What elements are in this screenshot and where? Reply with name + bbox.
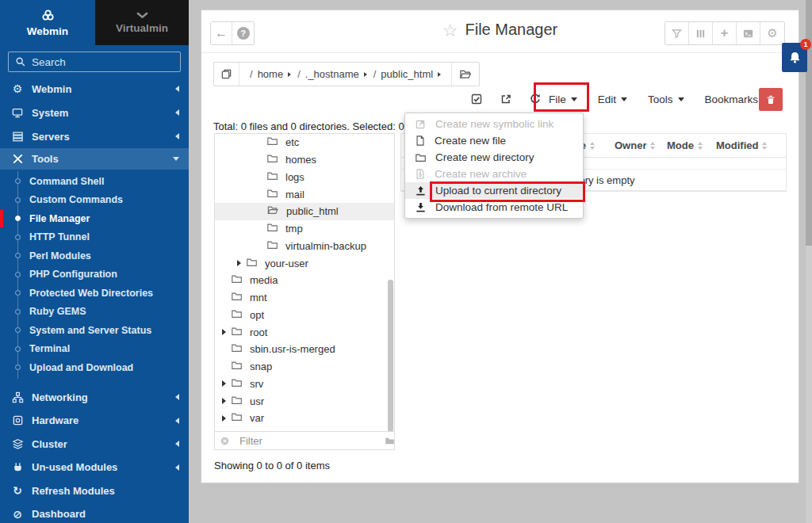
path-copy-icon[interactable] [214,63,239,86]
menu-item-create-file[interactable]: Create new file [405,132,583,149]
file-menu-button[interactable]: File [538,88,588,111]
expand-arrow-icon[interactable] [222,380,226,387]
tree-item-logs[interactable]: logs [215,169,394,186]
clear-filter-icon[interactable] [220,436,230,446]
tree-item-etc[interactable]: etc [215,134,394,151]
tree-item-snap[interactable]: snap [215,358,394,376]
folder-icon [231,342,243,356]
sidebar-item-system-server-status[interactable]: System and Server Status [0,321,189,340]
tree-item-usr[interactable]: usr [215,392,394,410]
tree-item-tmp[interactable]: tmp [215,220,394,238]
sidebar-item-refresh-modules[interactable]: ↻ Refresh Modules [0,479,189,503]
view-button-group: + ⚙ [665,21,785,45]
tree-item-var[interactable]: var [215,410,394,427]
sidebar-search[interactable] [8,52,181,72]
bell-icon [788,51,802,64]
tree-scrollbar[interactable] [388,280,393,432]
sidebar-item-custom-commands[interactable]: Custom Commands [0,191,189,210]
sidebar-item-ruby-gems[interactable]: Ruby GEMS [0,303,189,322]
breadcrumb-public-html[interactable]: public_html [381,68,433,80]
tree-item-mail[interactable]: mail [215,185,394,203]
open-folder-button[interactable] [451,63,479,86]
terminal-button[interactable] [737,22,760,44]
chip-icon [10,414,25,426]
tree-item-sbin[interactable]: sbin.usr-is-merged [215,341,394,358]
sidebar-item-terminal[interactable]: Terminal [0,340,189,359]
column-header-modified[interactable]: Modified [716,139,786,151]
sidebar-item-file-manager[interactable]: File Manager [0,209,189,228]
sidebar-item-perl-modules[interactable]: Perl Modules [0,246,189,265]
edit-menu-button[interactable]: Edit [588,88,638,111]
column-header-owner[interactable]: Owner [615,139,667,151]
trash-icon [765,94,776,105]
settings-button[interactable]: ⚙ [760,22,784,44]
sidebar-item-php-configuration[interactable]: PHP Configuration [0,265,189,284]
tree-item-public-html[interactable]: public_html [215,203,394,220]
page-scrollbar[interactable] [806,0,812,523]
tab-virtualmin[interactable]: Virtualmin [95,0,189,45]
sidebar-item-system[interactable]: System [0,101,189,124]
tree-item-opt[interactable]: opt [215,307,394,324]
scrollbar-thumb[interactable] [806,0,812,246]
notification-badge: 1 [800,39,811,50]
caret-right-icon [364,72,367,77]
tree-item-mnt[interactable]: mnt [215,289,394,307]
sidebar-item-tools[interactable]: Tools [0,148,189,170]
sidebar-item-unused-modules[interactable]: Un-used Modules [0,456,189,479]
folder-icon [231,411,243,425]
tree-item-srv[interactable]: srv [215,376,394,393]
search-input[interactable] [32,56,151,68]
breadcrumb-home[interactable]: home [258,68,284,80]
select-all-button[interactable] [468,90,485,108]
tree-item-media[interactable]: media [215,272,394,289]
tree-item-root[interactable]: root [215,323,394,341]
tree-item-virtualmin-backup[interactable]: virtualmin-backup [215,238,394,255]
sidebar-item-command-shell[interactable]: Command Shell [0,172,189,191]
tab-webmin[interactable]: Webmin [0,0,95,45]
columns-button[interactable] [689,22,713,44]
tools-icon [10,153,25,165]
expand-arrow-icon[interactable] [222,398,226,404]
tree-item-homes[interactable]: homes [215,151,394,169]
chevron-down-icon [136,12,149,19]
menu-item-download-from-remote-url[interactable]: Download from remote URL [405,199,583,216]
product-tabs: Webmin Virtualmin [0,0,189,45]
sidebar-item-dashboard[interactable]: ⊘ Dashboard [0,502,189,523]
filter-button[interactable] [665,22,689,44]
delete-button[interactable] [759,88,783,111]
sidebar-item-servers[interactable]: Servers [0,124,189,148]
new-tab-button[interactable]: + [713,22,737,44]
sidebar-item-upload-and-download[interactable]: Upload and Download [0,358,189,377]
menu-item-create-directory[interactable]: Create new directory [405,149,583,166]
star-icon[interactable]: ☆ [442,21,458,40]
sidebar-item-protected-web-directories[interactable]: Protected Web Directories [0,284,189,303]
sidebar-item-webmin[interactable]: ⚙ Webmin [0,77,189,101]
tree-item-your-user[interactable]: your-user [215,254,394,272]
sidebar-item-networking[interactable]: Networking [0,386,189,410]
folder-icon [266,222,278,235]
menu-item-create-symlink[interactable]: Create new symbolic link [405,116,583,132]
search-icon [15,56,26,67]
refresh-icon: ↻ [10,485,25,496]
column-header-mode[interactable]: Mode [667,139,716,151]
tools-menu-button[interactable]: Tools [638,88,695,111]
share-button[interactable] [497,90,515,108]
filter-input[interactable] [239,435,379,447]
sidebar-item-hardware[interactable]: Hardware [0,409,189,433]
expand-arrow-icon[interactable] [222,415,226,422]
breadcrumb-hostname[interactable]: ._hostname [305,68,359,80]
folder-icon [266,170,278,184]
notifications-button[interactable]: 1 [782,43,807,72]
tools-submenu: Command Shell Custom Commands File Manag… [0,170,189,380]
expand-arrow-icon[interactable] [222,329,226,335]
main-panel: ← ? ☆File Manager + ⚙ / home [201,10,799,483]
sidebar-item-cluster[interactable]: Cluster [0,433,189,456]
sidebar-item-http-tunnel[interactable]: HTTP Tunnel [0,228,189,247]
caret-left-icon [175,86,179,92]
menu-item-upload-to-current-directory[interactable]: Upload to current directory [405,182,583,199]
folder-filter-icon[interactable] [384,436,396,446]
bullet-icon [15,216,21,221]
breadcrumb: / home / ._hostname / public_html [213,62,480,86]
menu-item-create-archive[interactable]: Create new archive [405,166,583,182]
expand-arrow-icon[interactable] [237,260,241,266]
